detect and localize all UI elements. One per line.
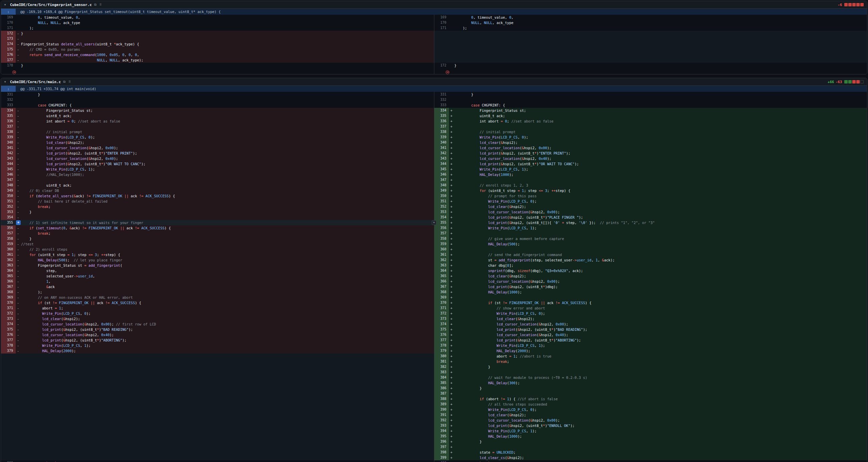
file-path[interactable]: CubeIDE/Core/Src/fingerprint_sensor.c (10, 3, 92, 7)
collapse-chevron-icon[interactable]: ▾ (4, 80, 8, 83)
line-number[interactable]: 352 (434, 204, 449, 209)
line-number[interactable]: 343 (1, 156, 16, 161)
line-number[interactable]: 391 (434, 412, 449, 417)
line-number[interactable]: 398 (434, 450, 449, 455)
line-number[interactable]: 373 (434, 316, 449, 321)
line-number[interactable]: 364 (434, 268, 449, 273)
line-number[interactable]: 375 (1, 327, 16, 332)
line-number[interactable]: 346 (1, 172, 16, 177)
line-number[interactable]: 380 (1, 460, 16, 462)
line-number[interactable]: 341 (1, 145, 16, 150)
line-number[interactable]: 374 (434, 321, 449, 327)
line-number[interactable]: 175 (1, 47, 16, 52)
line-number[interactable]: 334 (1, 108, 16, 113)
line-number[interactable]: 383 (434, 370, 449, 375)
line-number[interactable]: 360 (434, 247, 449, 252)
expand-hunk-button[interactable]: ↕ (1, 9, 16, 15)
line-number[interactable]: 399 (434, 455, 449, 460)
line-number[interactable]: 171 (434, 25, 449, 31)
line-number[interactable]: 389 (434, 402, 449, 407)
line-number[interactable]: 365 (1, 273, 16, 279)
line-number[interactable]: 352 (1, 204, 16, 209)
line-number[interactable]: 356 (1, 225, 16, 231)
copy-path-icon[interactable]: ⧉ (94, 3, 96, 7)
line-number[interactable]: 376 (434, 332, 449, 338)
line-number[interactable]: 396 (434, 439, 449, 444)
line-number[interactable]: 378 (434, 343, 449, 348)
line-number[interactable]: 379 (1, 348, 16, 353)
line-number[interactable]: 345 (434, 167, 449, 172)
line-number[interactable]: 400 (434, 460, 449, 462)
line-number[interactable]: 378 (1, 343, 16, 348)
line-number[interactable]: 354 (1, 214, 16, 220)
line-number[interactable]: 334 (434, 108, 449, 113)
line-number[interactable]: 363 (434, 263, 449, 268)
line-number[interactable]: 173 (1, 36, 16, 41)
line-number[interactable]: 337 (434, 124, 449, 129)
line-number[interactable]: 367 (1, 284, 16, 289)
line-number[interactable]: 377 (1, 338, 16, 343)
line-number[interactable]: 170 (1, 20, 16, 25)
line-number[interactable]: 340 (434, 140, 449, 145)
line-number[interactable]: 350 (1, 193, 16, 199)
line-number[interactable]: 385 (434, 380, 449, 385)
line-number[interactable]: 357 (1, 231, 16, 236)
line-number[interactable]: 361 (1, 252, 16, 257)
file-path[interactable]: CubeIDE/Core/Src/main.c (10, 80, 61, 84)
line-number[interactable]: 353 (434, 209, 449, 214)
line-number[interactable]: 331 (434, 92, 449, 97)
line-number[interactable]: 355 (1, 220, 16, 225)
line-number[interactable]: 374 (1, 321, 16, 327)
line-number[interactable]: 357 (434, 231, 449, 236)
line-number[interactable]: 375 (434, 327, 449, 332)
line-number[interactable]: 359 (1, 241, 16, 247)
expand-hunk-button[interactable]: ↕ (1, 86, 16, 92)
line-number[interactable]: 390 (434, 407, 449, 412)
line-number[interactable]: 363 (1, 263, 16, 268)
grabber-icon[interactable]: ⠿ (99, 3, 102, 6)
line-number[interactable]: 347 (1, 177, 16, 182)
line-number[interactable]: 368 (434, 289, 449, 295)
line-number[interactable]: 358 (1, 236, 16, 241)
line-number[interactable]: 365 (434, 273, 449, 279)
line-number[interactable]: 386 (434, 385, 449, 391)
line-number[interactable]: 369 (1, 295, 16, 300)
line-number[interactable]: 366 (1, 279, 16, 284)
expand-thread-chevron-button[interactable]: ▼ (432, 220, 436, 225)
line-number[interactable]: 339 (434, 135, 449, 140)
line-number[interactable]: 332 (1, 97, 16, 103)
line-number[interactable]: 355 (434, 220, 449, 225)
line-number[interactable]: 169 (434, 15, 449, 20)
collapse-chevron-icon[interactable]: ▾ (4, 3, 8, 6)
line-number[interactable]: 169 (1, 15, 16, 20)
line-number[interactable]: 397 (434, 444, 449, 450)
line-number[interactable]: 339 (1, 135, 16, 140)
line-number[interactable]: 332 (434, 97, 449, 103)
line-number[interactable]: 371 (1, 306, 16, 311)
line-number[interactable]: 379 (434, 348, 449, 353)
line-number[interactable]: 337 (1, 124, 16, 129)
collapse-expanded-lines-icon[interactable] (446, 70, 450, 74)
line-number[interactable]: 387 (434, 391, 449, 396)
line-number[interactable]: 335 (1, 113, 16, 118)
line-number[interactable]: 343 (434, 156, 449, 161)
line-number[interactable]: 367 (434, 284, 449, 289)
line-number[interactable]: 347 (434, 177, 449, 182)
line-number[interactable]: 382 (434, 364, 449, 370)
line-number[interactable]: 346 (434, 172, 449, 177)
line-number[interactable]: 394 (434, 428, 449, 434)
line-number[interactable]: 373 (1, 316, 16, 321)
line-number[interactable]: 362 (434, 257, 449, 263)
line-number[interactable]: 178 (1, 63, 16, 68)
line-number[interactable]: 336 (1, 118, 16, 124)
line-number[interactable]: 338 (1, 129, 16, 135)
line-number[interactable]: 351 (1, 199, 16, 204)
line-number[interactable]: 372 (1, 311, 16, 316)
line-number[interactable]: 172 (434, 63, 449, 68)
line-number[interactable]: 361 (434, 252, 449, 257)
line-number[interactable]: 171 (1, 25, 16, 31)
line-number[interactable]: 370 (1, 300, 16, 306)
line-number[interactable]: 348 (1, 182, 16, 188)
line-number[interactable]: 340 (1, 140, 16, 145)
line-number[interactable]: 369 (434, 295, 449, 300)
